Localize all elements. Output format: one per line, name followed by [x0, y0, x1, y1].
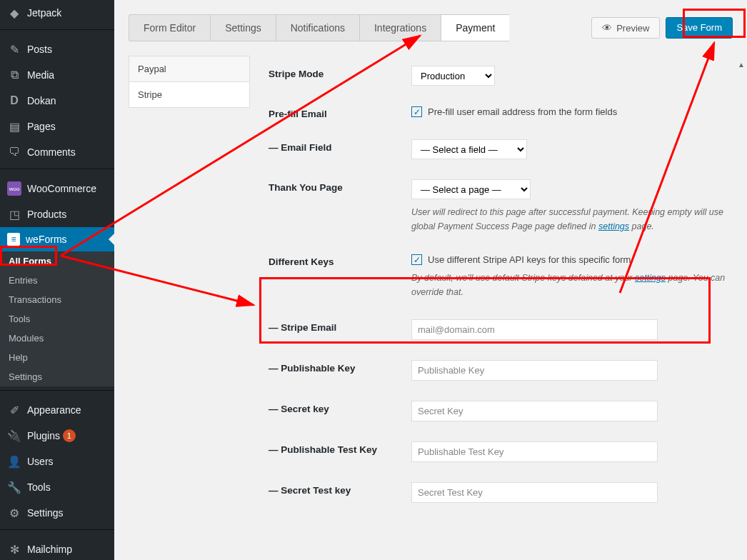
sidebar-item-label: Settings: [27, 507, 64, 519]
field-label: — Secret Test key: [269, 482, 411, 496]
sidebar-item-posts[interactable]: ✎Posts: [0, 36, 114, 62]
sidebar-item-settings[interactable]: ⚙Settings: [0, 500, 114, 526]
sidebar-item-tools[interactable]: 🔧Tools: [0, 474, 114, 500]
save-form-button[interactable]: Save Form: [666, 17, 733, 39]
sidebar-item-comments[interactable]: 🗨Comments: [0, 139, 114, 165]
sidebar-item-label: Plugins: [27, 430, 60, 441]
field-label: Pre-fill Email: [269, 106, 411, 119]
weforms-icon: ≡: [7, 233, 20, 246]
field-secret-key: — Secret key: [269, 391, 733, 431]
sidebar-subitem-transactions[interactable]: Transactions: [0, 290, 114, 309]
tab-settings[interactable]: Settings: [210, 14, 276, 41]
button-label: Preview: [616, 23, 649, 34]
sidebar-subitem-modules[interactable]: Modules: [0, 329, 114, 348]
field-label: — Stripe Email: [269, 319, 411, 333]
sidebar-item-label: Users: [27, 456, 54, 467]
field-publishable-key: — Publishable Key: [269, 350, 733, 391]
sidebar-separator: [0, 390, 114, 394]
settings-link[interactable]: settings: [635, 273, 666, 283]
sidebar-item-label: Mailchimp: [27, 544, 72, 555]
sidebar-separator: [0, 529, 114, 533]
subtab-stripe[interactable]: Stripe: [129, 82, 250, 108]
sidebar-subitem-all-forms[interactable]: All Forms: [0, 251, 114, 271]
tab-form-editor[interactable]: Form Editor: [129, 14, 210, 41]
media-icon: ⧉: [7, 68, 21, 82]
sidebar-subitem-help[interactable]: Help: [0, 348, 114, 367]
sidebar-item-users[interactable]: 👤Users: [0, 449, 114, 474]
publishable-test-key-input[interactable]: [411, 441, 658, 462]
stripe-mode-select[interactable]: Production: [411, 66, 495, 86]
sidebar-subitem-settings[interactable]: Settings: [0, 367, 114, 386]
scroll-up-arrow[interactable]: ▲: [736, 59, 747, 70]
checkbox-label: Pre-fill user email address from the for…: [428, 106, 617, 117]
plugins-icon: 🔌: [7, 429, 21, 443]
prefill-email-checkbox[interactable]: ✓: [411, 106, 422, 117]
preview-button[interactable]: 👁 Preview: [591, 17, 660, 39]
field-stripe-email: — Stripe Email: [269, 309, 733, 350]
sidebar-item-label: weForms: [26, 234, 67, 245]
field-stripe-mode: Stripe Mode Production: [269, 56, 733, 96]
sidebar-item-products[interactable]: ◳Products: [0, 201, 114, 227]
sidebar-item-label: Jetpack: [27, 7, 61, 19]
different-keys-checkbox[interactable]: ✓: [411, 254, 422, 265]
field-label: Stripe Mode: [269, 66, 411, 79]
products-icon: ◳: [7, 207, 21, 221]
tabbar-actions: 👁 Preview Save Form: [591, 17, 733, 39]
subtab-paypal[interactable]: Paypal: [129, 56, 250, 82]
secret-test-key-input[interactable]: [411, 482, 658, 503]
sidebar-item-mailchimp[interactable]: ✻Mailchimp: [0, 536, 114, 560]
field-different-keys: Different Keys ✓Use different Stripe API…: [269, 244, 733, 309]
pin-icon: ✎: [7, 42, 21, 56]
email-field-select[interactable]: — Select a field —: [411, 139, 527, 159]
sidebar-subitem-entries[interactable]: Entries: [0, 271, 114, 290]
thank-you-page-select[interactable]: — Select a page —: [411, 179, 531, 199]
field-label: — Email Field: [269, 139, 411, 153]
sidebar-item-woocommerce[interactable]: wooWooCommerce: [0, 176, 114, 201]
users-icon: 👤: [7, 454, 21, 469]
sidebar-item-jetpack[interactable]: ◆Jetpack: [0, 0, 114, 26]
main-content: Form Editor Settings Notifications Integ…: [114, 0, 747, 560]
appearance-icon: ✐: [7, 403, 21, 417]
field-label: Thank You Page: [269, 179, 411, 193]
field-thank-you-page: Thank You Page — Select a page — User wi…: [269, 169, 733, 244]
sidebar-item-weforms[interactable]: ≡weForms: [0, 227, 114, 251]
sidebar-item-label: WooCommerce: [27, 183, 96, 194]
sidebar-separator: [0, 169, 114, 172]
sidebar-item-media[interactable]: ⧉Media: [0, 62, 114, 88]
sidebar-subitem-tools[interactable]: Tools: [0, 309, 114, 329]
sidebar-item-appearance[interactable]: ✐Appearance: [0, 397, 114, 423]
checkbox-label: Use different Stripe API keys for this s…: [428, 254, 631, 265]
field-label: Different Keys: [269, 254, 411, 267]
tools-icon: 🔧: [7, 480, 21, 494]
field-label: — Publishable Key: [269, 360, 411, 374]
comments-icon: 🗨: [7, 145, 21, 159]
sidebar-separator: [0, 29, 114, 33]
form-tabs: Form Editor Settings Notifications Integ…: [129, 14, 733, 41]
tab-integrations[interactable]: Integrations: [359, 14, 441, 41]
dokan-icon: D: [7, 94, 21, 108]
sidebar-item-label: Products: [27, 209, 66, 220]
sidebar-submenu-weforms: All Forms Entries Transactions Tools Mod…: [0, 251, 114, 386]
sidebar-item-label: Media: [27, 69, 54, 81]
tab-payment[interactable]: Payment: [441, 14, 509, 41]
settings-link[interactable]: settings: [598, 221, 629, 231]
tab-notifications[interactable]: Notifications: [276, 14, 359, 41]
stripe-settings-panel: Stripe Mode Production Pre-fill Email ✓P…: [269, 56, 733, 513]
field-label: — Publishable Test Key: [269, 441, 411, 455]
field-secret-test-key: — Secret Test key: [269, 472, 733, 513]
admin-sidebar: ◆Jetpack ✎Posts ⧉Media DDokan ▤Pages 🗨Co…: [0, 0, 114, 560]
plugin-update-badge: 1: [63, 429, 76, 442]
secret-key-input[interactable]: [411, 401, 658, 421]
sidebar-item-label: Pages: [27, 121, 56, 132]
publishable-key-input[interactable]: [411, 360, 658, 381]
field-prefill-email: Pre-fill Email ✓Pre-fill user email addr…: [269, 96, 733, 129]
sidebar-item-dokan[interactable]: DDokan: [0, 88, 114, 114]
sidebar-item-label: Dokan: [27, 95, 56, 106]
eye-icon: 👁: [602, 22, 612, 34]
sidebar-item-plugins[interactable]: 🔌Plugins1: [0, 423, 114, 449]
jetpack-icon: ◆: [7, 6, 21, 20]
pages-icon: ▤: [7, 119, 21, 134]
sidebar-item-label: Appearance: [27, 404, 81, 416]
stripe-email-input[interactable]: [411, 319, 658, 340]
sidebar-item-pages[interactable]: ▤Pages: [0, 114, 114, 139]
